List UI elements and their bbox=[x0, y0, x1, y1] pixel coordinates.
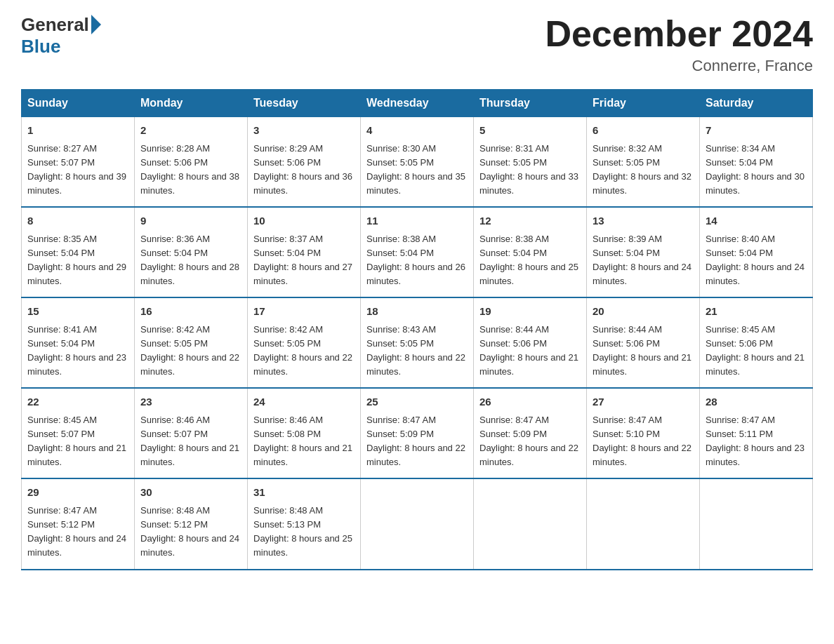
calendar-cell: 2Sunrise: 8:28 AMSunset: 5:06 PMDaylight… bbox=[135, 117, 248, 208]
calendar-cell: 8Sunrise: 8:35 AMSunset: 5:04 PMDaylight… bbox=[22, 207, 135, 297]
day-number: 29 bbox=[27, 485, 128, 501]
calendar-week-row: 1Sunrise: 8:27 AMSunset: 5:07 PMDaylight… bbox=[22, 117, 813, 208]
day-info: Sunrise: 8:35 AMSunset: 5:04 PMDaylight:… bbox=[27, 234, 126, 286]
day-number: 20 bbox=[593, 304, 694, 320]
day-number: 12 bbox=[479, 213, 581, 229]
day-info: Sunrise: 8:48 AMSunset: 5:13 PMDaylight:… bbox=[253, 505, 352, 558]
day-number: 16 bbox=[140, 304, 241, 320]
day-info: Sunrise: 8:29 AMSunset: 5:06 PMDaylight:… bbox=[253, 143, 352, 196]
day-number: 5 bbox=[479, 123, 581, 139]
day-info: Sunrise: 8:30 AMSunset: 5:05 PMDaylight:… bbox=[366, 143, 465, 196]
day-number: 26 bbox=[479, 394, 581, 410]
day-info: Sunrise: 8:31 AMSunset: 5:05 PMDaylight:… bbox=[479, 143, 578, 196]
col-header-saturday: Saturday bbox=[700, 90, 813, 117]
calendar-cell: 5Sunrise: 8:31 AMSunset: 5:05 PMDaylight… bbox=[474, 117, 587, 208]
col-header-wednesday: Wednesday bbox=[361, 90, 474, 117]
day-number: 21 bbox=[706, 304, 807, 320]
day-number: 13 bbox=[593, 213, 694, 229]
day-info: Sunrise: 8:40 AMSunset: 5:04 PMDaylight:… bbox=[706, 234, 805, 286]
day-info: Sunrise: 8:44 AMSunset: 5:06 PMDaylight:… bbox=[479, 324, 578, 377]
day-info: Sunrise: 8:36 AMSunset: 5:04 PMDaylight:… bbox=[140, 234, 239, 286]
day-info: Sunrise: 8:42 AMSunset: 5:05 PMDaylight:… bbox=[140, 324, 239, 377]
calendar-cell: 1Sunrise: 8:27 AMSunset: 5:07 PMDaylight… bbox=[22, 117, 135, 208]
calendar-table: SundayMondayTuesdayWednesdayThursdayFrid… bbox=[21, 89, 813, 570]
calendar-cell: 15Sunrise: 8:41 AMSunset: 5:04 PMDayligh… bbox=[22, 297, 135, 388]
calendar-cell: 17Sunrise: 8:42 AMSunset: 5:05 PMDayligh… bbox=[248, 297, 361, 388]
day-info: Sunrise: 8:45 AMSunset: 5:07 PMDaylight:… bbox=[27, 415, 126, 467]
day-info: Sunrise: 8:47 AMSunset: 5:11 PMDaylight:… bbox=[706, 415, 805, 467]
calendar-cell: 14Sunrise: 8:40 AMSunset: 5:04 PMDayligh… bbox=[700, 207, 813, 297]
day-number: 22 bbox=[27, 394, 128, 410]
day-number: 4 bbox=[366, 123, 468, 139]
calendar-cell: 23Sunrise: 8:46 AMSunset: 5:07 PMDayligh… bbox=[135, 388, 248, 478]
day-number: 25 bbox=[366, 394, 468, 410]
col-header-sunday: Sunday bbox=[22, 90, 135, 117]
day-info: Sunrise: 8:28 AMSunset: 5:06 PMDaylight:… bbox=[140, 143, 239, 196]
day-number: 15 bbox=[27, 304, 128, 320]
day-info: Sunrise: 8:27 AMSunset: 5:07 PMDaylight:… bbox=[27, 143, 126, 196]
day-info: Sunrise: 8:48 AMSunset: 5:12 PMDaylight:… bbox=[140, 505, 239, 558]
calendar-cell: 4Sunrise: 8:30 AMSunset: 5:05 PMDaylight… bbox=[361, 117, 474, 208]
logo-blue-text: Blue bbox=[21, 36, 60, 58]
calendar-cell: 19Sunrise: 8:44 AMSunset: 5:06 PMDayligh… bbox=[474, 297, 587, 388]
calendar-cell: 21Sunrise: 8:45 AMSunset: 5:06 PMDayligh… bbox=[700, 297, 813, 388]
calendar-cell bbox=[361, 478, 474, 569]
day-number: 24 bbox=[253, 394, 355, 410]
calendar-week-row: 29Sunrise: 8:47 AMSunset: 5:12 PMDayligh… bbox=[22, 478, 813, 569]
calendar-cell: 28Sunrise: 8:47 AMSunset: 5:11 PMDayligh… bbox=[700, 388, 813, 478]
calendar-cell: 29Sunrise: 8:47 AMSunset: 5:12 PMDayligh… bbox=[22, 478, 135, 569]
day-info: Sunrise: 8:47 AMSunset: 5:09 PMDaylight:… bbox=[366, 415, 465, 467]
day-info: Sunrise: 8:46 AMSunset: 5:08 PMDaylight:… bbox=[253, 415, 352, 467]
day-number: 2 bbox=[140, 123, 241, 139]
calendar-cell: 20Sunrise: 8:44 AMSunset: 5:06 PMDayligh… bbox=[587, 297, 700, 388]
day-number: 7 bbox=[706, 123, 807, 139]
day-info: Sunrise: 8:46 AMSunset: 5:07 PMDaylight:… bbox=[140, 415, 239, 467]
day-info: Sunrise: 8:47 AMSunset: 5:09 PMDaylight:… bbox=[479, 415, 578, 467]
day-info: Sunrise: 8:34 AMSunset: 5:04 PMDaylight:… bbox=[706, 143, 805, 196]
day-info: Sunrise: 8:43 AMSunset: 5:05 PMDaylight:… bbox=[366, 324, 465, 377]
col-header-tuesday: Tuesday bbox=[248, 90, 361, 117]
col-header-thursday: Thursday bbox=[474, 90, 587, 117]
calendar-cell: 6Sunrise: 8:32 AMSunset: 5:05 PMDaylight… bbox=[587, 117, 700, 208]
day-info: Sunrise: 8:42 AMSunset: 5:05 PMDaylight:… bbox=[253, 324, 352, 377]
calendar-week-row: 15Sunrise: 8:41 AMSunset: 5:04 PMDayligh… bbox=[22, 297, 813, 388]
calendar-cell bbox=[474, 478, 587, 569]
calendar-cell: 10Sunrise: 8:37 AMSunset: 5:04 PMDayligh… bbox=[248, 207, 361, 297]
calendar-week-row: 8Sunrise: 8:35 AMSunset: 5:04 PMDaylight… bbox=[22, 207, 813, 297]
logo-general-text: General bbox=[21, 14, 89, 36]
day-info: Sunrise: 8:32 AMSunset: 5:05 PMDaylight:… bbox=[593, 143, 691, 196]
col-header-friday: Friday bbox=[587, 90, 700, 117]
calendar-cell: 22Sunrise: 8:45 AMSunset: 5:07 PMDayligh… bbox=[22, 388, 135, 478]
day-info: Sunrise: 8:47 AMSunset: 5:12 PMDaylight:… bbox=[27, 505, 126, 558]
calendar-cell: 3Sunrise: 8:29 AMSunset: 5:06 PMDaylight… bbox=[248, 117, 361, 208]
calendar-cell bbox=[587, 478, 700, 569]
calendar-cell: 25Sunrise: 8:47 AMSunset: 5:09 PMDayligh… bbox=[361, 388, 474, 478]
calendar-cell: 11Sunrise: 8:38 AMSunset: 5:04 PMDayligh… bbox=[361, 207, 474, 297]
col-header-monday: Monday bbox=[135, 90, 248, 117]
calendar-cell: 26Sunrise: 8:47 AMSunset: 5:09 PMDayligh… bbox=[474, 388, 587, 478]
day-number: 17 bbox=[253, 304, 355, 320]
calendar-cell: 27Sunrise: 8:47 AMSunset: 5:10 PMDayligh… bbox=[587, 388, 700, 478]
calendar-cell: 31Sunrise: 8:48 AMSunset: 5:13 PMDayligh… bbox=[248, 478, 361, 569]
calendar-cell: 18Sunrise: 8:43 AMSunset: 5:05 PMDayligh… bbox=[361, 297, 474, 388]
calendar-cell: 12Sunrise: 8:38 AMSunset: 5:04 PMDayligh… bbox=[474, 207, 587, 297]
month-title: December 2024 bbox=[545, 14, 813, 54]
page-header: General Blue December 2024 Connerre, Fra… bbox=[21, 14, 813, 75]
day-info: Sunrise: 8:45 AMSunset: 5:06 PMDaylight:… bbox=[706, 324, 805, 377]
day-info: Sunrise: 8:39 AMSunset: 5:04 PMDaylight:… bbox=[593, 234, 691, 286]
day-info: Sunrise: 8:44 AMSunset: 5:06 PMDaylight:… bbox=[593, 324, 691, 377]
calendar-header-row: SundayMondayTuesdayWednesdayThursdayFrid… bbox=[22, 90, 813, 117]
day-number: 8 bbox=[27, 213, 128, 229]
calendar-cell: 30Sunrise: 8:48 AMSunset: 5:12 PMDayligh… bbox=[135, 478, 248, 569]
calendar-cell: 9Sunrise: 8:36 AMSunset: 5:04 PMDaylight… bbox=[135, 207, 248, 297]
day-info: Sunrise: 8:38 AMSunset: 5:04 PMDaylight:… bbox=[366, 234, 465, 286]
title-block: December 2024 Connerre, France bbox=[545, 14, 813, 75]
calendar-cell: 13Sunrise: 8:39 AMSunset: 5:04 PMDayligh… bbox=[587, 207, 700, 297]
day-number: 9 bbox=[140, 213, 241, 229]
day-number: 30 bbox=[140, 485, 241, 501]
day-number: 27 bbox=[593, 394, 694, 410]
day-info: Sunrise: 8:37 AMSunset: 5:04 PMDaylight:… bbox=[253, 234, 352, 286]
calendar-cell: 24Sunrise: 8:46 AMSunset: 5:08 PMDayligh… bbox=[248, 388, 361, 478]
calendar-cell bbox=[700, 478, 813, 569]
day-number: 10 bbox=[253, 213, 355, 229]
